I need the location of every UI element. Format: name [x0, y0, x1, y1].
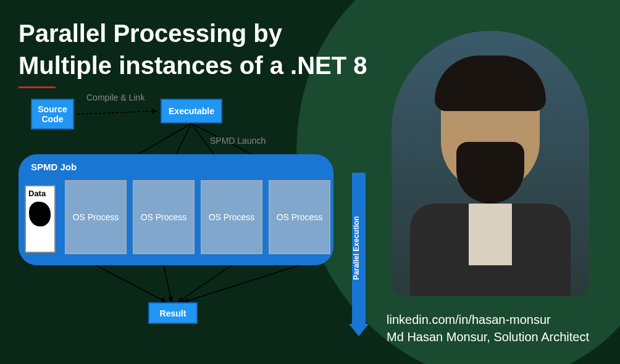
- page-title: Parallel Processing by Multiple instance…: [19, 17, 367, 81]
- author-credits: linkedin.com/in/hasan-monsur Md Hasan Mo…: [387, 311, 589, 345]
- executable-label: Executable: [169, 106, 214, 116]
- parallel-execution-bar: Parallel Execution: [352, 173, 366, 327]
- avatar-beard: [456, 142, 524, 204]
- source-code-box: Source Code: [31, 99, 74, 130]
- os-process-2: OS Process: [133, 180, 195, 254]
- data-label: Data: [28, 189, 46, 198]
- svg-line-6: [164, 265, 172, 302]
- title-line-1: Parallel Processing by: [19, 20, 282, 47]
- compile-link-label: Compile & Link: [86, 93, 145, 102]
- down-arrow-icon: [349, 324, 369, 336]
- svg-line-5: [96, 265, 167, 302]
- result-label: Result: [160, 308, 186, 318]
- os-process-3: OS Process: [201, 180, 262, 254]
- svg-line-8: [183, 265, 300, 302]
- svg-line-0: [77, 111, 157, 114]
- executable-box: Executable: [161, 99, 222, 123]
- avatar-shirt: [469, 204, 512, 265]
- parallel-execution-label: Parallel Execution: [352, 216, 361, 279]
- spmd-diagram: Source Code Compile & Link Executable SP…: [19, 93, 352, 339]
- os-process-4: OS Process: [269, 180, 330, 254]
- avatar-hair: [435, 56, 546, 111]
- spmd-job-container: SPMD Job Data OS Process OS Process OS P…: [19, 154, 333, 265]
- spmd-launch-label: SPMD Launch: [210, 136, 266, 146]
- data-blob-icon: [29, 202, 51, 226]
- author-name-title: Md Hasan Monsur, Solution Architect: [387, 328, 589, 345]
- author-avatar: [392, 31, 589, 296]
- spmd-job-label: SPMD Job: [31, 162, 77, 172]
- title-line-2: Multiple instances of a .NET 8: [19, 52, 367, 79]
- data-box: Data: [25, 185, 56, 253]
- result-box: Result: [148, 302, 198, 324]
- os-process-1: OS Process: [65, 180, 127, 254]
- linkedin-url: linkedin.com/in/hasan-monsur: [387, 311, 589, 328]
- title-underline: [19, 86, 56, 88]
- svg-line-7: [178, 265, 232, 302]
- source-code-label: Source Code: [32, 104, 73, 124]
